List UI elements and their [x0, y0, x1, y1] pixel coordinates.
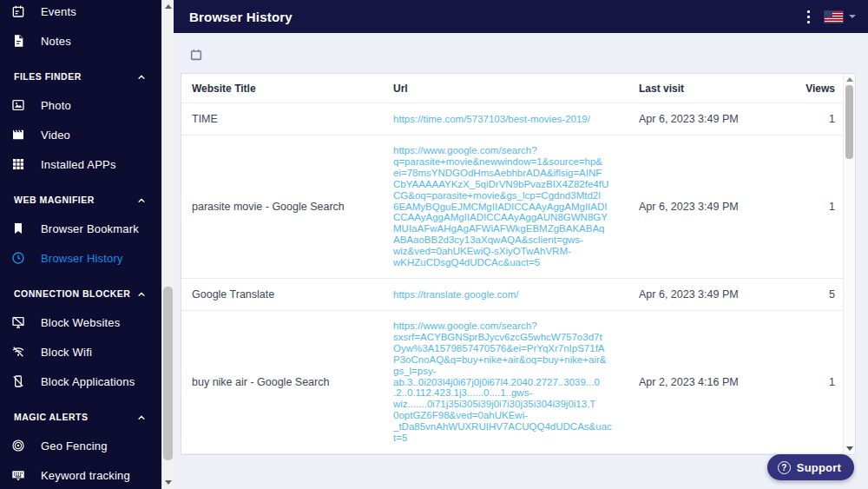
clock-icon [11, 251, 25, 265]
language-selector[interactable] [825, 11, 856, 23]
table-row[interactable]: parasite movie - Google Search https://w… [181, 135, 844, 279]
phone-block-icon [11, 374, 25, 388]
help-icon [778, 461, 791, 474]
sidebar-item-geo-fencing[interactable]: Geo Fencing [0, 431, 161, 460]
last-visit-cell: Apr 6, 2023 3:49 PM [639, 103, 791, 135]
scroll-up-arrow-icon[interactable] [846, 77, 853, 82]
calendar-filter-icon[interactable] [189, 48, 203, 65]
table-scrollbar-thumb[interactable] [845, 85, 853, 159]
bookmark-icon [11, 221, 25, 235]
url-link[interactable]: https://time.com/5737103/best-movies-201… [393, 104, 639, 135]
column-header-website-title: Website Title [181, 73, 393, 104]
note-icon [11, 34, 25, 48]
us-flag-icon [825, 11, 843, 23]
sidebar-scrollbar[interactable] [161, 0, 174, 489]
sidebar-scrollbar-thumb[interactable] [163, 287, 173, 460]
chevron-up-icon [137, 413, 146, 422]
views-cell: 1 [791, 191, 844, 222]
history-table: Website Title Url Last visit Views TIME … [181, 74, 844, 454]
sidebar-section-connection-blocker[interactable]: CONNECTION BLOCKER [0, 273, 161, 307]
content-area: Website Title Url Last visit Views TIME … [174, 33, 868, 489]
website-title-cell: Google Translate [181, 279, 393, 310]
column-header-last-visit: Last visit [639, 73, 791, 104]
sidebar-item-keyword-tracking[interactable]: Keyword tracking [0, 460, 161, 489]
geo-fencing-icon [11, 439, 25, 453]
history-table-body: TIME https://time.com/5737103/best-movie… [181, 103, 844, 454]
last-visit-cell: Apr 2, 2023 4:16 PM [639, 367, 791, 398]
sidebar-section-web-magnifier[interactable]: WEB MAGNIFIER [0, 179, 161, 214]
scroll-up-arrow-icon[interactable] [165, 4, 172, 9]
sidebar-section-files-finder[interactable]: FILES FINDER [0, 56, 161, 90]
page-title: Browser History [189, 10, 293, 24]
column-header-views: Views [791, 73, 844, 104]
sidebar-item-browser-bookmark[interactable]: Browser Bookmark [0, 214, 161, 243]
views-cell: 1 [791, 367, 844, 398]
photo-icon [11, 98, 25, 112]
url-link[interactable]: https://www.google.com/search? q=parasit… [393, 135, 639, 278]
sidebar-item-block-applications[interactable]: Block Applications [0, 367, 161, 396]
views-cell: 5 [791, 279, 844, 310]
table-scrollbar[interactable] [843, 74, 855, 454]
keyboard-icon [11, 468, 25, 482]
views-cell: 1 [791, 103, 844, 135]
table-row[interactable]: buy nike air - Google Search https://www… [181, 311, 844, 454]
sidebar-section-magic-alerts[interactable]: MAGIC ALERTS [0, 396, 161, 431]
sidebar-item-block-wifi[interactable]: Block Wifi [0, 337, 161, 367]
app-window: Events Notes FILES FINDER Photo Video In… [0, 0, 868, 489]
sidebar-item-installed-apps[interactable]: Installed APPs [0, 149, 161, 179]
table-header-row: Website Title Url Last visit Views [181, 74, 844, 103]
main-panel: Browser History Webs [174, 0, 868, 489]
scroll-down-arrow-icon[interactable] [165, 480, 172, 485]
history-table-card: Website Title Url Last visit Views TIME … [181, 73, 856, 455]
column-header-url: Url [393, 73, 639, 104]
video-icon [11, 128, 25, 142]
monitor-block-icon [11, 315, 25, 329]
sidebar-item-block-websites[interactable]: Block Websites [0, 307, 161, 337]
website-title-cell: buy nike air - Google Search [181, 367, 393, 398]
chevron-up-icon [137, 196, 146, 205]
support-button-label: Support [797, 461, 841, 474]
sidebar-item-photo[interactable]: Photo [0, 90, 161, 120]
support-button[interactable]: Support [767, 454, 854, 480]
wifi-off-icon [11, 345, 25, 359]
table-row[interactable]: Google Translate https://translate.googl… [181, 279, 844, 311]
sidebar-item-browser-history[interactable]: Browser History [0, 243, 161, 273]
chevron-up-icon [137, 290, 146, 299]
sidebar-item-notes[interactable]: Notes [0, 26, 161, 56]
url-link[interactable]: https://www.google.com/search? sxsrf=ACY… [393, 311, 639, 453]
table-row[interactable]: TIME https://time.com/5737103/best-movie… [181, 103, 844, 135]
sidebar-menu: Events Notes FILES FINDER Photo Video In… [0, 0, 161, 489]
sidebar: Events Notes FILES FINDER Photo Video In… [0, 0, 161, 489]
kebab-menu-icon[interactable] [805, 8, 812, 26]
website-title-cell: TIME [181, 103, 393, 135]
header-actions [805, 8, 856, 26]
last-visit-cell: Apr 6, 2023 3:49 PM [639, 279, 791, 310]
chevron-down-icon [849, 15, 856, 18]
top-header: Browser History [174, 0, 868, 33]
sidebar-item-events[interactable]: Events [0, 0, 161, 26]
apps-grid-icon [11, 157, 25, 171]
last-visit-cell: Apr 6, 2023 3:49 PM [639, 191, 791, 222]
sidebar-item-video[interactable]: Video [0, 120, 161, 149]
url-link[interactable]: https://translate.google.com/ [393, 280, 639, 310]
scroll-down-arrow-icon[interactable] [846, 446, 853, 451]
chevron-up-icon [137, 73, 146, 82]
website-title-cell: parasite movie - Google Search [181, 191, 393, 222]
calendar-event-icon [11, 4, 25, 18]
